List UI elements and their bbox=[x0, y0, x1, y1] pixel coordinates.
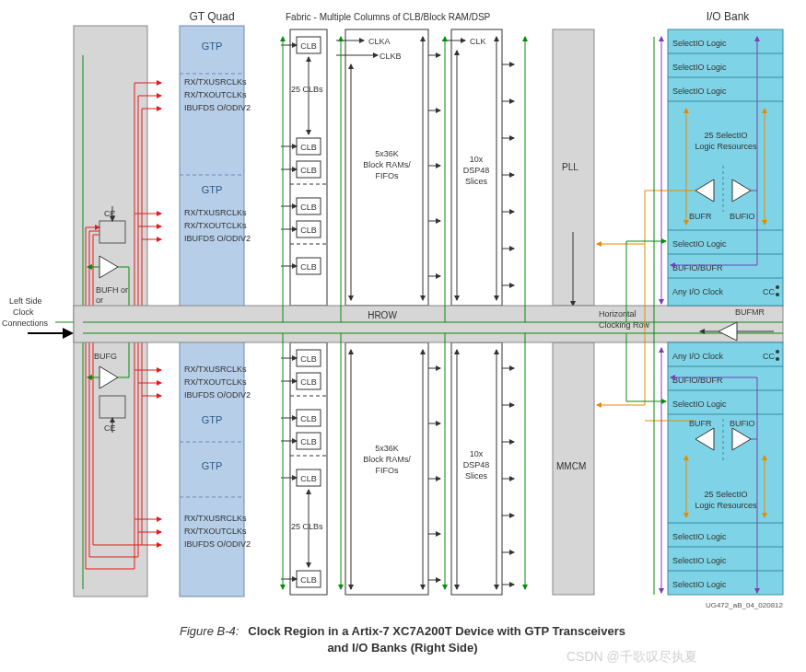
svg-point-97 bbox=[776, 285, 779, 289]
svg-text:CLK: CLK bbox=[470, 37, 486, 46]
svg-text:Any I/O Clock: Any I/O Clock bbox=[672, 287, 724, 296]
svg-text:IBUFDS O/ODIV2: IBUFDS O/ODIV2 bbox=[184, 539, 251, 549]
svg-text:SelectIO Logic: SelectIO Logic bbox=[672, 239, 727, 249]
hrow-label: HROW bbox=[368, 310, 397, 320]
svg-text:CLB: CLB bbox=[300, 143, 317, 152]
svg-text:Block RAMs/: Block RAMs/ bbox=[363, 160, 411, 169]
svg-text:10x: 10x bbox=[470, 449, 484, 458]
svg-text:FIFOs: FIFOs bbox=[376, 171, 399, 180]
io-bank-title: I/O Bank bbox=[707, 10, 751, 23]
svg-point-118 bbox=[776, 357, 779, 361]
pll-label: PLL bbox=[562, 162, 578, 172]
doc-id: UG472_aB_04_020812 bbox=[706, 601, 784, 609]
svg-rect-79 bbox=[74, 306, 783, 342]
svg-text:Slices: Slices bbox=[465, 471, 488, 481]
io-bank-column: I/O Bank SelectIO Logic SelectIO Logic S… bbox=[597, 10, 783, 595]
svg-text:SelectIO Logic: SelectIO Logic bbox=[672, 400, 727, 409]
svg-text:5x36K: 5x36K bbox=[375, 444, 399, 453]
svg-text:BUFMR: BUFMR bbox=[735, 307, 765, 317]
bufg-label: BUFG bbox=[94, 352, 117, 361]
svg-text:SelectIO Logic: SelectIO Logic bbox=[672, 87, 727, 96]
svg-text:25 CLBs: 25 CLBs bbox=[291, 85, 323, 94]
svg-point-98 bbox=[776, 293, 779, 296]
svg-text:BUFIO: BUFIO bbox=[730, 419, 755, 428]
gt-quad-column: GT Quad GTP GTP GTP GTP RX/TXUSRCLKs RX/… bbox=[180, 10, 251, 597]
svg-text:CLB: CLB bbox=[300, 354, 317, 364]
svg-text:25 SelectIO: 25 SelectIO bbox=[704, 131, 747, 140]
svg-text:RX/TXOUTCLKs: RX/TXOUTCLKs bbox=[184, 90, 247, 99]
fabric-column: Fabric - Multiple Columns of CLB/Block R… bbox=[281, 12, 514, 595]
svg-text:RX/TXUSRCLKs: RX/TXUSRCLKs bbox=[184, 208, 247, 217]
svg-text:5x36K: 5x36K bbox=[375, 149, 399, 158]
svg-text:BUFIO: BUFIO bbox=[730, 212, 755, 221]
svg-text:RX/TXUSRCLKs: RX/TXUSRCLKs bbox=[184, 77, 247, 87]
svg-text:Figure B-4:Clock Region in a A: Figure B-4:Clock Region in a Artix-7 XC7… bbox=[180, 624, 625, 638]
svg-text:RX/TXOUTCLKs: RX/TXOUTCLKs bbox=[184, 377, 247, 387]
svg-text:CLKB: CLKB bbox=[380, 52, 402, 61]
svg-text:CLB: CLB bbox=[300, 377, 317, 387]
svg-text:RX/TXOUTCLKs: RX/TXOUTCLKs bbox=[184, 221, 247, 230]
gt-quad-title: GT Quad bbox=[189, 10, 234, 23]
svg-text:Horizontal: Horizontal bbox=[599, 309, 637, 319]
svg-text:Logic Resources: Logic Resources bbox=[695, 501, 757, 510]
watermark: CSDN @千歌叹尽执夏 bbox=[567, 649, 697, 664]
svg-text:CC: CC bbox=[763, 287, 775, 296]
svg-text:GTP: GTP bbox=[202, 184, 223, 195]
diagram-svg: Clock Backbone CE bbox=[0, 0, 806, 672]
svg-text:GTP: GTP bbox=[202, 41, 223, 52]
svg-point-117 bbox=[776, 350, 779, 353]
svg-text:IBUFDS O/ODIV2: IBUFDS O/ODIV2 bbox=[184, 234, 251, 243]
svg-text:RX/TXUSRCLKs: RX/TXUSRCLKs bbox=[184, 365, 247, 374]
svg-text:DSP48: DSP48 bbox=[463, 166, 490, 175]
svg-text:RX/TXOUTCLKs: RX/TXOUTCLKs bbox=[184, 527, 247, 536]
svg-text:DSP48: DSP48 bbox=[463, 460, 490, 469]
svg-text:SelectIO Logic: SelectIO Logic bbox=[672, 580, 727, 589]
fabric-title: Fabric - Multiple Columns of CLB/Block R… bbox=[286, 12, 491, 22]
svg-text:CLB: CLB bbox=[300, 41, 317, 51]
svg-text:GTP: GTP bbox=[202, 414, 223, 425]
svg-text:10x: 10x bbox=[470, 155, 484, 164]
svg-text:BUFR: BUFR bbox=[689, 212, 712, 221]
svg-text:SelectIO Logic: SelectIO Logic bbox=[672, 556, 727, 565]
mmcm-label: MMCM bbox=[556, 461, 586, 471]
svg-text:SelectIO Logic: SelectIO Logic bbox=[672, 39, 727, 48]
svg-text:CLKA: CLKA bbox=[368, 37, 391, 46]
svg-text:FIFOs: FIFOs bbox=[376, 466, 399, 475]
svg-text:CLB: CLB bbox=[300, 262, 317, 272]
svg-text:Left Side: Left Side bbox=[9, 296, 42, 306]
svg-text:CLB: CLB bbox=[300, 226, 317, 235]
svg-text:BUFR: BUFR bbox=[689, 419, 712, 428]
svg-text:Block RAMs/: Block RAMs/ bbox=[363, 455, 411, 464]
svg-text:SelectIO Logic: SelectIO Logic bbox=[672, 532, 727, 541]
svg-text:CLB: CLB bbox=[300, 474, 317, 483]
svg-text:CLB: CLB bbox=[300, 203, 317, 212]
svg-text:CLB: CLB bbox=[300, 575, 317, 585]
svg-text:CLB: CLB bbox=[300, 166, 317, 175]
svg-text:RX/TXUSRCLKs: RX/TXUSRCLKs bbox=[184, 514, 247, 523]
svg-text:CLB: CLB bbox=[300, 437, 317, 446]
svg-text:CC: CC bbox=[763, 352, 775, 361]
svg-text:or: or bbox=[96, 295, 103, 305]
left-side-label: Left Side Clock Connections bbox=[2, 296, 72, 333]
svg-text:Logic Resources: Logic Resources bbox=[695, 142, 757, 151]
svg-text:Clock: Clock bbox=[13, 307, 34, 317]
figure-caption: Figure B-4:Clock Region in a Artix-7 XC7… bbox=[180, 624, 625, 655]
svg-text:Slices: Slices bbox=[465, 177, 488, 186]
svg-text:GTP: GTP bbox=[202, 460, 223, 471]
svg-text:25 SelectIO: 25 SelectIO bbox=[704, 490, 747, 499]
bufh-label: BUFH or bbox=[96, 285, 128, 295]
svg-text:Any I/O Clock: Any I/O Clock bbox=[672, 352, 724, 361]
svg-text:Connections: Connections bbox=[2, 319, 49, 328]
svg-text:IBUFDS O/ODIV2: IBUFDS O/ODIV2 bbox=[184, 103, 251, 112]
svg-text:SelectIO Logic: SelectIO Logic bbox=[672, 63, 727, 72]
ce-label-top: CE bbox=[104, 209, 116, 218]
svg-text:and I/O Banks (Right Side): and I/O Banks (Right Side) bbox=[327, 641, 477, 655]
ce-label-bot: CE bbox=[104, 423, 116, 433]
svg-text:IBUFDS O/ODIV2: IBUFDS O/ODIV2 bbox=[184, 390, 251, 400]
svg-text:25 CLBs: 25 CLBs bbox=[291, 522, 323, 531]
svg-text:CLB: CLB bbox=[300, 414, 317, 423]
